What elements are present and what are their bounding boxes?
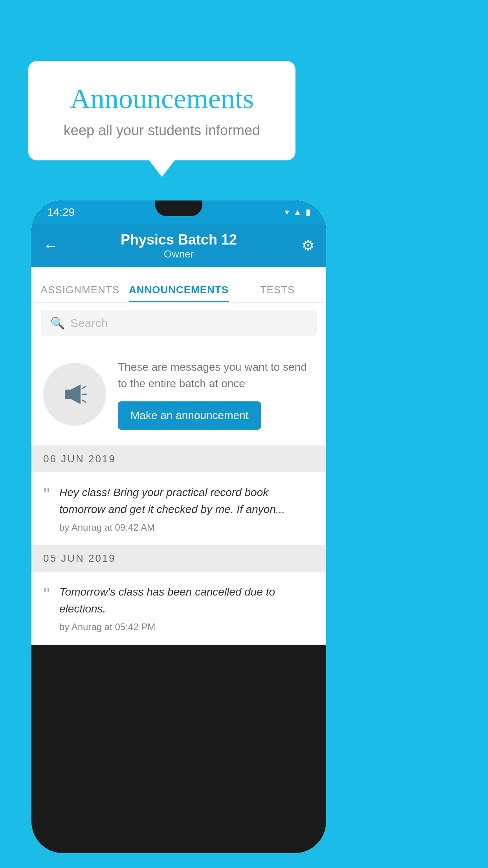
phone-screen: 14:29 ▾ ▲ ▮ ← Physics Batch 12 Owner ⚙ A… <box>31 200 326 853</box>
svg-line-2 <box>83 386 86 388</box>
announcement-right: These are messages you want to send to t… <box>118 359 314 430</box>
battery-icon: ▮ <box>306 207 310 217</box>
svg-line-4 <box>83 400 86 402</box>
date-separator-2: 05 JUN 2019 <box>31 545 326 572</box>
status-time: 14:29 <box>47 206 75 219</box>
search-container: 🔍 Search <box>31 303 326 343</box>
app-bar-title: Physics Batch 12 <box>67 232 291 248</box>
message-content-2: Tomorrow's class has been cancelled due … <box>59 583 314 633</box>
search-icon: 🔍 <box>50 316 65 330</box>
settings-icon[interactable]: ⚙ <box>291 237 314 254</box>
app-bar-title-group: Physics Batch 12 Owner <box>67 232 291 260</box>
message-text-1: Hey class! Bring your practical record b… <box>59 484 314 518</box>
speech-bubble-container: Announcements keep all your students inf… <box>28 61 295 160</box>
tab-tests[interactable]: TESTS <box>229 284 326 302</box>
wifi-icon: ▾ <box>285 207 289 217</box>
quote-icon-1: " <box>43 485 50 504</box>
announcement-prompt: These are messages you want to send to t… <box>31 343 326 446</box>
announcements-tagline: keep all your students informed <box>52 122 272 139</box>
megaphone-circle <box>43 363 106 426</box>
announcements-heading: Announcements <box>52 83 272 115</box>
message-text-2: Tomorrow's class has been cancelled due … <box>59 583 314 618</box>
tab-assignments[interactable]: ASSIGNMENTS <box>31 284 129 302</box>
message-meta-1: by Anurag at 09:42 AM <box>59 522 314 533</box>
back-button[interactable]: ← <box>43 237 67 254</box>
phone-frame: 14:29 ▾ ▲ ▮ ← Physics Batch 12 Owner ⚙ A… <box>31 200 326 853</box>
speech-bubble: Announcements keep all your students inf… <box>28 61 295 160</box>
status-icons: ▾ ▲ ▮ <box>285 207 310 217</box>
tabs-bar: ASSIGNMENTS ANNOUNCEMENTS TESTS <box>31 267 326 303</box>
app-bar-subtitle: Owner <box>67 248 291 260</box>
app-bar: ← Physics Batch 12 Owner ⚙ <box>31 224 326 267</box>
date-separator-1: 06 JUN 2019 <box>31 446 326 472</box>
svg-rect-1 <box>65 390 71 397</box>
search-bar[interactable]: 🔍 Search <box>41 310 317 336</box>
megaphone-icon <box>59 379 90 410</box>
make-announcement-button[interactable]: Make an announcement <box>118 401 261 430</box>
phone-notch <box>155 200 202 216</box>
quote-icon-2: " <box>43 585 50 604</box>
message-item-1[interactable]: " Hey class! Bring your practical record… <box>31 472 326 545</box>
announcement-description: These are messages you want to send to t… <box>118 359 314 392</box>
search-placeholder: Search <box>70 316 108 330</box>
signal-icon: ▲ <box>293 207 302 217</box>
tab-announcements[interactable]: ANNOUNCEMENTS <box>129 284 229 302</box>
message-item-2[interactable]: " Tomorrow's class has been cancelled du… <box>31 572 326 645</box>
content-area: 🔍 Search <box>31 303 326 645</box>
status-bar: 14:29 ▾ ▲ ▮ <box>31 200 326 224</box>
message-meta-2: by Anurag at 05:42 PM <box>59 622 314 633</box>
message-content-1: Hey class! Bring your practical record b… <box>59 484 314 533</box>
